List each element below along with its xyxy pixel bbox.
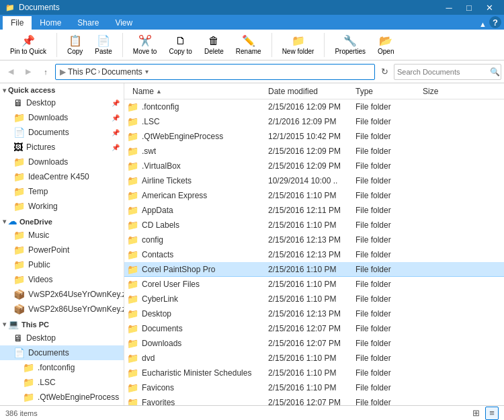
- move-to-button[interactable]: ✂️ Move to: [128, 32, 162, 57]
- new-folder-button[interactable]: 📁 New folder: [278, 32, 319, 57]
- table-row[interactable]: 📁 CD Labels 2/15/2016 1:10 PM File folde…: [124, 218, 504, 233]
- list-view-button[interactable]: ⊞: [469, 407, 482, 420]
- refresh-button[interactable]: ↻: [376, 64, 392, 80]
- file-name: Eucharistic Minister Schedules: [142, 368, 251, 378]
- table-row[interactable]: 📁 AppData 2/15/2016 12:11 PM File folder: [124, 203, 504, 218]
- file-list: 📁 .fontconfig 2/15/2016 12:09 PM File fo…: [124, 99, 504, 405]
- open-button[interactable]: 📂 Open: [373, 32, 398, 57]
- sidebar-item-temp-quick[interactable]: 📁 Temp: [0, 184, 124, 199]
- table-row[interactable]: 📁 Documents 2/15/2016 12:07 PM File fold…: [124, 321, 504, 336]
- tab-share[interactable]: Share: [69, 16, 107, 30]
- table-row[interactable]: 📁 Downloads 2/15/2016 12:07 PM File fold…: [124, 336, 504, 351]
- sidebar-item-fontconfig-pc[interactable]: 📁 .fontconfig: [0, 360, 124, 375]
- table-row[interactable]: 📁 Desktop 2/15/2016 12:13 PM File folder: [124, 306, 504, 321]
- delete-button[interactable]: 🗑 Delete: [200, 33, 228, 57]
- public-icon: 📁: [13, 259, 25, 270]
- sidebar-item-desktop-pc[interactable]: 🖥 Desktop: [0, 331, 124, 345]
- table-row[interactable]: 📁 config 2/15/2016 12:13 PM File folder: [124, 233, 504, 247]
- quick-access-header[interactable]: ▾ Quick access: [0, 83, 124, 95]
- pin-indicator2: 📌: [112, 114, 120, 122]
- sidebar-item-qtwebengine-pc[interactable]: 📁 .QtWebEngineProcess: [0, 390, 124, 405]
- pin-to-quick-access-button[interactable]: 📌 Pin to Quick: [5, 32, 51, 57]
- thispc-header[interactable]: ▾ 💻 This PC: [0, 317, 124, 331]
- tab-view[interactable]: View: [107, 16, 140, 30]
- sidebar-item-powerpoint[interactable]: 📁 PowerPoint: [0, 243, 124, 257]
- copy-to-button[interactable]: 🗋 Copy to: [164, 33, 196, 57]
- fontconfig-pc-icon: 📁: [23, 362, 34, 373]
- paste-button[interactable]: 📄 Paste: [90, 32, 117, 57]
- table-row[interactable]: 📁 .QtWebEngineProcess 12/1/2015 10:42 PM…: [124, 129, 504, 144]
- table-row[interactable]: 📁 .VirtualBox 2/15/2016 12:09 PM File fo…: [124, 159, 504, 173]
- table-row[interactable]: 📁 Contacts 2/15/2016 12:13 PM File folde…: [124, 247, 504, 262]
- sidebar-item-public[interactable]: 📁 Public: [0, 257, 124, 272]
- maximize-button[interactable]: □: [460, 0, 478, 15]
- sidebar-item-swt-pc[interactable]: 📁 .swt: [0, 405, 124, 405]
- up-button[interactable]: ↑: [38, 64, 54, 80]
- tab-home[interactable]: Home: [32, 16, 69, 30]
- tab-file[interactable]: File: [3, 16, 32, 30]
- file-type: File folder: [355, 161, 423, 171]
- table-row[interactable]: 📁 Airline Tickets 10/29/2014 10:00 .. Fi…: [124, 173, 504, 188]
- thispc-computer-icon: 💻: [8, 319, 19, 329]
- downloads2-icon: 📁: [13, 157, 25, 167]
- sidebar-item-vw64[interactable]: 📦 VwSP2x64UseYrOwnKey.zip: [0, 287, 124, 302]
- col-header-name[interactable]: Name ▲: [127, 87, 268, 96]
- help-button[interactable]: ?: [489, 16, 501, 28]
- sidebar-item-downloads-quick[interactable]: 📁 Downloads 📌: [0, 110, 124, 125]
- sidebar-item-ideacentre-quick[interactable]: 📁 IdeaCentre K450: [0, 169, 124, 184]
- table-row[interactable]: 📁 Favorites 2/15/2016 12:07 PM File fold…: [124, 395, 504, 405]
- sidebar-item-desktop-quick[interactable]: 🖥 Desktop 📌: [0, 95, 124, 110]
- sidebar-item-vw86[interactable]: 📦 VwSP2x86UseYrOwnKey.zip: [0, 302, 124, 317]
- file-type: File folder: [355, 146, 423, 156]
- table-row[interactable]: 📁 .LSC 2/1/2016 12:09 PM File folder: [124, 114, 504, 129]
- folder-icon-title: 📁: [5, 3, 15, 12]
- table-row[interactable]: 📁 American Express 2/15/2016 1:10 PM Fil…: [124, 188, 504, 203]
- this-pc-link[interactable]: This PC: [68, 67, 97, 77]
- table-row[interactable]: 📁 .swt 2/15/2016 12:09 PM File folder: [124, 144, 504, 159]
- sidebar-item-pictures-quick[interactable]: 🖼 Pictures 📌: [0, 140, 124, 155]
- music-label: Music: [28, 230, 120, 240]
- sidebar-item-documents-quick[interactable]: 📄 Documents 📌: [0, 125, 124, 140]
- table-row[interactable]: 📁 Corel PaintShop Pro 2/15/2016 1:10 PM …: [124, 262, 504, 277]
- table-row[interactable]: 📁 dvd 2/15/2016 1:10 PM File folder: [124, 351, 504, 366]
- file-date: 2/15/2016 12:13 PM: [268, 250, 355, 259]
- sidebar-item-videos[interactable]: 📁 Videos: [0, 272, 124, 287]
- path-dropdown-icon[interactable]: ▾: [145, 68, 149, 75]
- file-name-cell: 📁 Corel PaintShop Pro: [127, 264, 268, 275]
- sidebar-item-working-quick[interactable]: 📁 Working: [0, 199, 124, 214]
- back-button[interactable]: ◀: [3, 64, 19, 80]
- sidebar-item-lsc-pc[interactable]: 📁 .LSC: [0, 375, 124, 390]
- sidebar-item-documents-pc[interactable]: 📄 Documents: [0, 345, 124, 360]
- table-row[interactable]: 📁 CyberLink 2/15/2016 1:10 PM File folde…: [124, 292, 504, 306]
- documents-link[interactable]: Documents: [101, 67, 142, 77]
- col-header-size[interactable]: Size: [423, 87, 501, 96]
- table-row[interactable]: 📁 Favicons 2/15/2016 1:10 PM File folder: [124, 380, 504, 395]
- minimize-button[interactable]: ─: [439, 0, 458, 15]
- details-view-button[interactable]: ≡: [485, 407, 499, 420]
- copy-button[interactable]: 📋 Copy: [62, 32, 87, 57]
- file-folder-icon: 📁: [127, 368, 138, 378]
- ribbon-bar: 📌 Pin to Quick 📋 Copy 📄 Paste ✂️ Move to…: [0, 30, 504, 60]
- file-type: File folder: [355, 220, 423, 230]
- file-name: CD Labels: [142, 220, 179, 230]
- close-button[interactable]: ✕: [480, 0, 499, 15]
- col-header-type[interactable]: Type: [355, 87, 423, 96]
- onedrive-header[interactable]: ▾ ☁ OneDrive: [0, 214, 124, 228]
- file-folder-icon: 📁: [127, 249, 138, 260]
- ribbon-collapse-btn[interactable]: ▲: [479, 20, 487, 28]
- file-name: .VirtualBox: [142, 161, 181, 171]
- search-input[interactable]: [397, 68, 490, 76]
- sidebar-item-music[interactable]: 📁 Music: [0, 228, 124, 243]
- sidebar-item-downloads2-quick[interactable]: 📁 Downloads: [0, 155, 124, 169]
- table-row[interactable]: 📁 Corel User Files 2/15/2016 1:10 PM Fil…: [124, 277, 504, 292]
- file-name: config: [142, 235, 163, 245]
- col-header-date[interactable]: Date modified: [268, 87, 355, 96]
- forward-button[interactable]: ▶: [20, 64, 36, 80]
- thispc-chevron: ▾: [3, 321, 6, 328]
- table-row[interactable]: 📁 Eucharistic Minister Schedules 2/15/20…: [124, 366, 504, 380]
- properties-button[interactable]: 🔧 Properties: [330, 32, 370, 57]
- rename-button[interactable]: ✏️ Rename: [231, 32, 266, 57]
- copy-label: Copy: [67, 48, 83, 55]
- table-row[interactable]: 📁 .fontconfig 2/15/2016 12:09 PM File fo…: [124, 99, 504, 114]
- address-path[interactable]: ▶ This PC › Documents ▾: [55, 64, 375, 80]
